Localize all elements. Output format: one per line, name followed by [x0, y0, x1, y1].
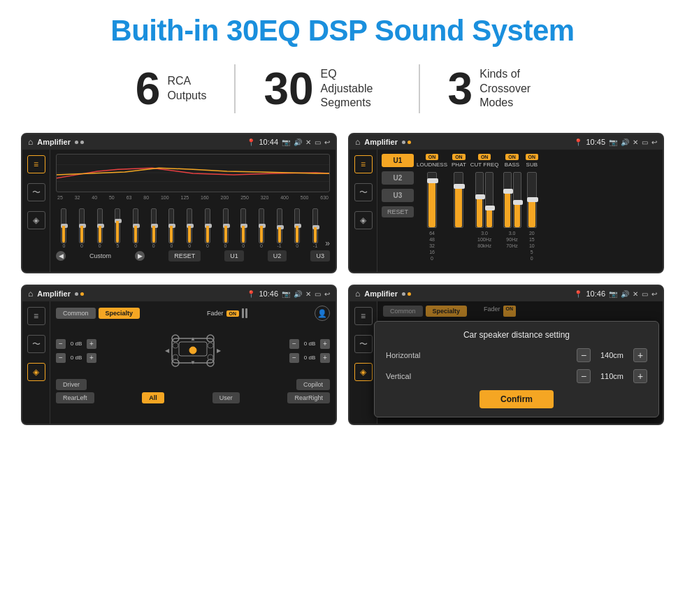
- crossover-topbar-left: ⌂ Amplifier: [355, 137, 411, 147]
- crossover-home-icon[interactable]: ⌂: [355, 137, 360, 147]
- fader-camera-icon: 📷: [282, 290, 290, 298]
- crossover-presets: U1 U2 U3 RESET: [382, 154, 414, 268]
- fader-dot-2: [80, 292, 84, 296]
- fader-vol-fr-plus[interactable]: +: [320, 339, 330, 349]
- crossover-reset-btn[interactable]: RESET: [382, 206, 414, 217]
- fader-common-tab[interactable]: Common: [56, 308, 96, 319]
- distance-topbar-dots: [402, 292, 411, 296]
- crossover-u2-btn[interactable]: U2: [382, 171, 414, 185]
- distance-horizontal-label: Horizontal: [386, 351, 577, 359]
- distance-topbar-title: Amplifier: [364, 289, 398, 298]
- fader-vol-fr-minus[interactable]: −: [289, 339, 299, 349]
- fader-driver-btn[interactable]: Driver: [56, 379, 87, 390]
- distance-horizontal-row: Horizontal − 140cm +: [386, 348, 647, 362]
- fader-location-icon: 📍: [247, 290, 255, 298]
- distance-sidebar-wave-icon[interactable]: 〜: [354, 335, 373, 353]
- fader-vol-fl-plus[interactable]: +: [87, 339, 96, 349]
- distance-sidebar-eq-icon[interactable]: ≡: [354, 307, 373, 325]
- distance-sidebar-speaker-icon[interactable]: ◈: [354, 363, 373, 381]
- confirm-button[interactable]: Confirm: [480, 390, 554, 408]
- eq-slider-col-12: 0: [254, 208, 270, 248]
- eq-prev-btn[interactable]: ◀: [56, 251, 66, 261]
- fader-sidebar-wave-icon[interactable]: 〜: [27, 335, 45, 353]
- phat-on-badge: ON: [452, 154, 466, 160]
- fader-vol-rl-plus[interactable]: +: [87, 353, 96, 363]
- loudness-header: ON: [426, 154, 439, 160]
- distance-vertical-minus[interactable]: −: [577, 369, 591, 383]
- crossover-dot-1: [402, 141, 405, 144]
- location-icon: 📍: [247, 138, 255, 146]
- distance-horizontal-plus[interactable]: +: [633, 348, 647, 362]
- distance-horizontal-minus[interactable]: −: [577, 348, 591, 362]
- eq-reset-btn[interactable]: RESET: [168, 250, 201, 262]
- fader-vol-rl-val: 0 dB: [68, 354, 85, 361]
- loudness-label: LOUDNESS: [417, 162, 447, 168]
- loudness-on-badge: ON: [426, 154, 439, 160]
- fader-vol-fl-minus[interactable]: −: [56, 339, 66, 349]
- distance-vertical-plus[interactable]: +: [633, 369, 647, 383]
- fader-vol-rr-plus[interactable]: +: [320, 353, 330, 363]
- eq-u1-btn[interactable]: U1: [224, 250, 244, 262]
- eq-slider-col-6: 0: [145, 208, 161, 248]
- eq-graph: [56, 154, 330, 192]
- eq-next-btn[interactable]: ▶: [135, 251, 145, 261]
- crossover-u1-btn[interactable]: U1: [382, 154, 414, 167]
- svg-text:▲: ▲: [190, 336, 196, 342]
- fader-specialty-tab[interactable]: Specialty: [99, 308, 140, 319]
- distance-dot-1: [402, 292, 405, 296]
- eq-sidebar-speaker-icon[interactable]: ◈: [27, 211, 45, 229]
- eq-sidebar-eq-icon[interactable]: ≡: [27, 155, 45, 173]
- fader-sidebar-speaker-icon[interactable]: ◈: [27, 363, 45, 381]
- stats-row: 6 RCAOutputs 30 EQ AdjustableSegments 3 …: [21, 64, 664, 113]
- eq-content: 25 32 40 50 63 80 100 125 160 200 250 32…: [50, 150, 336, 272]
- back-icon[interactable]: ↩: [324, 138, 330, 146]
- crossover-sidebar-eq-icon[interactable]: ≡: [354, 155, 373, 173]
- distance-horizontal-stepper: − 140cm +: [577, 348, 647, 362]
- fader-home-icon[interactable]: ⌂: [28, 289, 33, 299]
- crossover-sidebar-wave-icon[interactable]: 〜: [354, 183, 373, 201]
- distance-topbar: ⌂ Amplifier 📍 10:46 📷 🔊 ✕ ▭ ↩: [349, 286, 663, 301]
- distance-back-icon[interactable]: ↩: [651, 290, 657, 298]
- eq-topbar-dots: [75, 141, 84, 144]
- svg-text:▶: ▶: [217, 348, 222, 354]
- distance-sidebar: ≡ 〜 ◈: [349, 301, 377, 424]
- crossover-camera-icon: 📷: [609, 138, 617, 146]
- stat-eq: 30 EQ AdjustableSegments: [236, 66, 418, 111]
- fader-copilot-btn[interactable]: Copilot: [296, 379, 330, 390]
- fader-tab-group: Common Specialty: [56, 308, 140, 319]
- eq-double-arrow[interactable]: »: [325, 238, 330, 248]
- fader-vol-rr-minus[interactable]: −: [289, 353, 299, 363]
- home-icon[interactable]: ⌂: [28, 137, 33, 147]
- eq-sidebar-wave-icon[interactable]: 〜: [27, 183, 45, 201]
- distance-time: 10:46: [586, 289, 605, 298]
- stat-number-crossover: 3: [448, 66, 473, 111]
- distance-vertical-label: Vertical: [386, 372, 577, 380]
- fader-back-icon[interactable]: ↩: [324, 290, 330, 298]
- cutfreq-header: ON: [478, 154, 491, 160]
- fader-rearleft-btn[interactable]: RearLeft: [56, 392, 94, 403]
- crossover-dot-2: [408, 141, 411, 144]
- fader-battery-icon: ▭: [315, 290, 321, 298]
- sub-on-badge: ON: [526, 154, 539, 160]
- eq-slider-col-3: 0: [92, 208, 108, 248]
- fader-user-btn[interactable]: User: [212, 392, 240, 403]
- distance-dot-2: [408, 292, 411, 296]
- crossover-battery-icon: ▭: [642, 138, 648, 146]
- fader-vol-rl-minus[interactable]: −: [56, 353, 66, 363]
- cutfreq-label: CUT FREQ: [470, 162, 499, 168]
- crossover-sidebar-speaker-icon[interactable]: ◈: [354, 211, 373, 229]
- fader-rearright-btn[interactable]: RearRight: [287, 392, 330, 403]
- crossover-time: 10:45: [586, 138, 605, 146]
- eq-u3-btn[interactable]: U3: [310, 250, 330, 262]
- eq-u2-btn[interactable]: U2: [268, 250, 287, 262]
- fader-all-btn[interactable]: All: [142, 392, 164, 403]
- distance-volume-icon: 🔊: [621, 290, 629, 298]
- channel-sub: ON SUB 20 15 10 5 0: [526, 154, 539, 268]
- fader-sidebar-eq-icon[interactable]: ≡: [27, 307, 45, 325]
- crossover-u3-btn[interactable]: U3: [382, 189, 414, 202]
- fader-profile-icon[interactable]: 👤: [315, 306, 330, 321]
- crossover-back-icon[interactable]: ↩: [651, 138, 657, 146]
- distance-home-icon[interactable]: ⌂: [355, 289, 360, 299]
- eq-slider-col-9: 0: [200, 208, 216, 248]
- svg-point-9: [189, 347, 196, 354]
